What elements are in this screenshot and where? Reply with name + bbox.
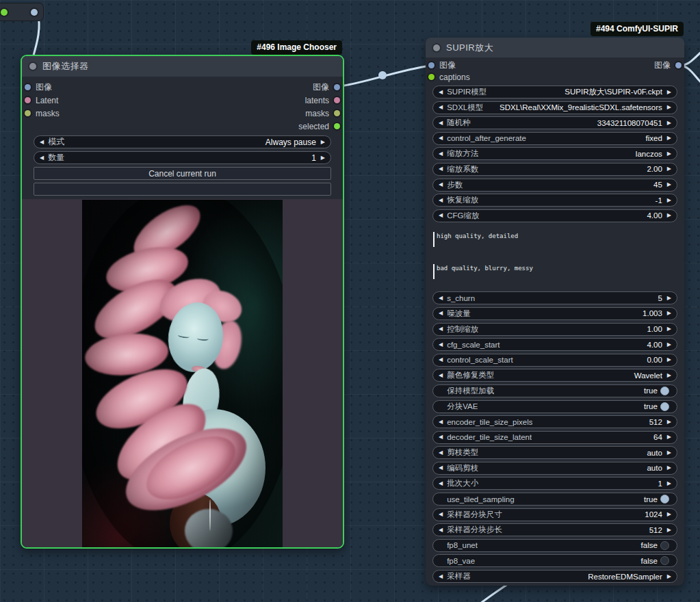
output-port-dot[interactable] (334, 84, 340, 90)
collapse-dot-icon[interactable] (433, 44, 440, 51)
increment-arrow-icon[interactable]: ▶ (667, 213, 671, 218)
widget-row[interactable]: ◀ fp8_vae false ▶ (432, 554, 677, 567)
node-titlebar[interactable]: SUPIR放大 (426, 38, 684, 57)
image-chooser-node[interactable]: #496 Image Chooser 图像选择器 图像 Latent masks (21, 55, 344, 549)
increment-arrow-icon[interactable]: ▶ (321, 140, 325, 145)
toggle-knob[interactable] (660, 387, 669, 395)
output-port[interactable]: 图像 (298, 81, 340, 94)
negative-prompt-textarea[interactable]: bad quality, blurry, messy (432, 263, 677, 286)
link-midpoint-dot[interactable] (378, 71, 387, 79)
positive-prompt-textarea[interactable]: high quality, detailed (432, 231, 677, 254)
increment-arrow-icon[interactable]: ▶ (667, 574, 671, 579)
output-port-dot[interactable] (334, 123, 340, 129)
widget-row[interactable]: ◀ encoder_tile_size_pixels 512 ▶ (432, 415, 677, 428)
widget-row[interactable]: ◀ 剪枝类型 auto ▶ (432, 446, 677, 459)
increment-arrow-icon[interactable]: ▶ (667, 465, 671, 471)
decrement-arrow-icon[interactable]: ◀ (439, 326, 443, 332)
increment-arrow-icon[interactable]: ▶ (667, 166, 671, 172)
decrement-arrow-icon[interactable]: ◀ (439, 527, 443, 533)
increment-arrow-icon[interactable]: ▶ (667, 357, 671, 363)
widget-row[interactable]: ◀ control_scale_start 0.00 ▶ (432, 354, 677, 367)
decrement-arrow-icon[interactable]: ◀ (439, 213, 443, 218)
widget-row[interactable]: ◀ use_tiled_sampling true ▶ (432, 493, 677, 506)
increment-arrow-icon[interactable]: ▶ (667, 342, 671, 348)
decrement-arrow-icon[interactable]: ◀ (439, 311, 443, 316)
decrement-arrow-icon[interactable]: ◀ (439, 198, 443, 203)
output-port-dot[interactable] (334, 110, 340, 116)
input-port-dot[interactable] (25, 97, 31, 103)
toggle-knob[interactable] (660, 495, 669, 503)
port-dot[interactable] (31, 9, 38, 16)
decrement-arrow-icon[interactable]: ◀ (439, 357, 443, 363)
increment-arrow-icon[interactable]: ▶ (667, 90, 671, 95)
increment-arrow-icon[interactable]: ▶ (667, 373, 671, 378)
decrement-arrow-icon[interactable]: ◀ (439, 512, 443, 517)
increment-arrow-icon[interactable]: ▶ (667, 135, 671, 141)
port-dot[interactable] (1, 9, 8, 16)
increment-arrow-icon[interactable]: ▶ (667, 198, 671, 203)
node-titlebar[interactable]: 图像选择器 (22, 56, 343, 77)
decrement-arrow-icon[interactable]: ◀ (439, 151, 443, 157)
increment-arrow-icon[interactable]: ▶ (667, 434, 671, 440)
widget-row[interactable]: ◀ 恢复缩放 -1 ▶ (432, 194, 677, 207)
widget-row[interactable]: ◀ 随机种 334321108070451 ▶ (432, 116, 677, 129)
widget-row[interactable]: ◀ 控制缩放 1.00 ▶ (432, 323, 677, 336)
increment-arrow-icon[interactable]: ▶ (667, 311, 671, 316)
preview-image[interactable] (82, 200, 283, 547)
widget-row[interactable]: ◀ fp8_unet false ▶ (432, 539, 677, 552)
increment-arrow-icon[interactable]: ▶ (667, 326, 671, 332)
increment-arrow-icon[interactable]: ▶ (667, 419, 671, 425)
widget-row[interactable]: ◀ SUPIR模型 SUPIR放大\SUPIR-v0F.ckpt ▶ (432, 86, 677, 99)
widget-row[interactable]: ◀ s_churn 5 ▶ (432, 291, 677, 304)
input-port-dot[interactable] (25, 110, 31, 116)
widget-row[interactable]: ◀ 模式 Always pause ▶ (34, 135, 331, 148)
widget-row[interactable]: ◀ 保持模型加载 true ▶ (432, 384, 677, 397)
output-port-dot[interactable] (675, 62, 682, 68)
output-port-dot[interactable] (334, 97, 340, 103)
increment-arrow-icon[interactable]: ▶ (667, 481, 671, 486)
decrement-arrow-icon[interactable]: ◀ (439, 574, 443, 579)
increment-arrow-icon[interactable]: ▶ (667, 512, 671, 517)
collapsed-node[interactable] (0, 3, 44, 21)
widget-row[interactable]: ◀ 编码剪枝 auto ▶ (432, 462, 677, 475)
widget-row[interactable]: ◀ CFG缩放 4.00 ▶ (432, 209, 677, 222)
input-port-dot[interactable] (25, 84, 31, 90)
decrement-arrow-icon[interactable]: ◀ (439, 434, 443, 440)
output-port[interactable]: selected (298, 120, 340, 133)
widget-row[interactable]: ◀ decoder_tile_size_latent 64 ▶ (432, 431, 677, 444)
decrement-arrow-icon[interactable]: ◀ (439, 481, 443, 486)
increment-arrow-icon[interactable]: ▶ (667, 296, 671, 301)
widget-row[interactable]: ◀ cfg_scale_start 4.00 ▶ (432, 338, 677, 351)
widget-row[interactable]: ◀ 颜色修复类型 Wavelet ▶ (432, 369, 677, 382)
decrement-arrow-icon[interactable]: ◀ (439, 120, 443, 126)
decrement-arrow-icon[interactable]: ◀ (439, 90, 443, 95)
decrement-arrow-icon[interactable]: ◀ (439, 450, 443, 456)
input-port[interactable]: masks (25, 107, 60, 120)
widget-row[interactable]: ◀ 数量 1 ▶ (34, 151, 331, 164)
decrement-arrow-icon[interactable]: ◀ (40, 140, 44, 145)
widget-row[interactable]: ◀ 分块VAE true ▶ (432, 400, 677, 413)
widget-row[interactable]: ◀ SDXL模型 SDXL\Real\XXMix_9realisticSDXL.… (432, 101, 677, 114)
increment-arrow-icon[interactable]: ▶ (667, 151, 671, 157)
widget-row[interactable]: ◀ 采样器分块步长 512 ▶ (432, 523, 677, 536)
toggle-knob[interactable] (660, 556, 669, 565)
input-port[interactable]: 图像 (25, 81, 60, 94)
supir-node[interactable]: #494 ComfyUI-SUPIR SUPIR放大 图像 captions (426, 38, 684, 586)
increment-arrow-icon[interactable]: ▶ (321, 155, 325, 161)
output-port[interactable]: latents (298, 94, 340, 107)
output-port[interactable]: 图像 (654, 60, 682, 71)
decrement-arrow-icon[interactable]: ◀ (439, 419, 443, 425)
increment-arrow-icon[interactable]: ▶ (667, 120, 671, 126)
widget-row[interactable]: ◀ control_after_generate fixed ▶ (432, 132, 677, 145)
input-port-dot[interactable] (428, 74, 435, 80)
collapse-dot-icon[interactable] (29, 63, 36, 70)
widget-row[interactable]: ◀ 批次大小 1 ▶ (432, 477, 677, 490)
widget-row[interactable]: ◀ 采样器 RestoreEDMSampler ▶ (432, 570, 677, 583)
input-port[interactable]: captions (428, 71, 470, 83)
node-button[interactable]: Cancel current run (34, 167, 331, 180)
increment-arrow-icon[interactable]: ▶ (667, 182, 671, 187)
decrement-arrow-icon[interactable]: ◀ (439, 166, 443, 172)
decrement-arrow-icon[interactable]: ◀ (439, 135, 443, 141)
input-port-dot[interactable] (428, 62, 435, 68)
decrement-arrow-icon[interactable]: ◀ (439, 465, 443, 471)
